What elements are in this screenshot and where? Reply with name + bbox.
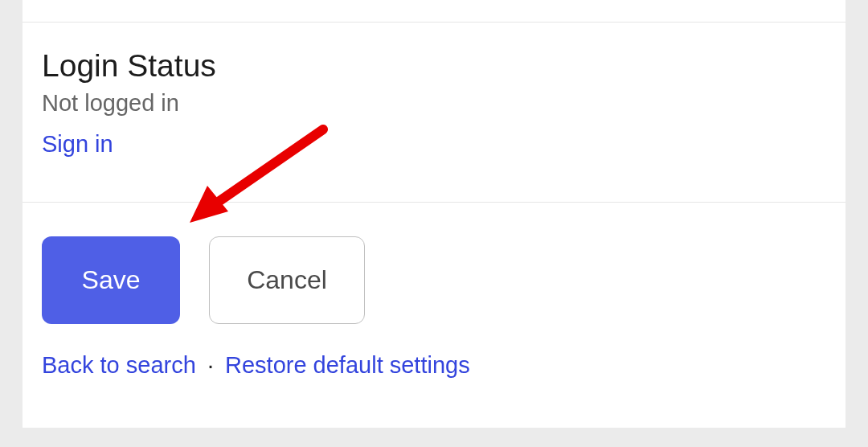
- cancel-button[interactable]: Cancel: [209, 236, 365, 324]
- action-buttons: Save Cancel: [42, 236, 365, 324]
- restore-defaults-link[interactable]: Restore default settings: [225, 352, 470, 378]
- link-separator: ·: [207, 352, 214, 378]
- login-status-value: Not logged in: [42, 90, 826, 117]
- section-divider: [23, 202, 845, 203]
- settings-panel: Login Status Not logged in Sign in Save …: [23, 0, 845, 428]
- sign-in-link[interactable]: Sign in: [42, 131, 113, 158]
- footer-links: Back to search · Restore default setting…: [42, 352, 470, 379]
- login-status-title: Login Status: [42, 48, 826, 84]
- back-to-search-link[interactable]: Back to search: [42, 352, 196, 378]
- top-divider: [23, 22, 845, 23]
- login-status-section: Login Status Not logged in Sign in: [23, 0, 845, 158]
- svg-marker-1: [190, 186, 228, 223]
- save-button[interactable]: Save: [42, 236, 180, 324]
